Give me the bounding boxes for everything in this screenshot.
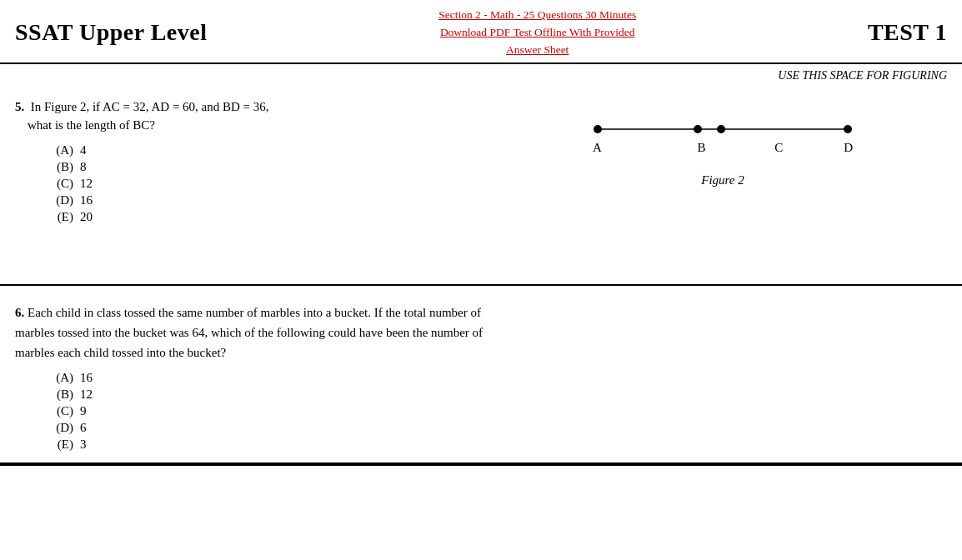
list-item: (D) 6 — [40, 421, 499, 435]
q6-option-b-label: (B) — [40, 388, 73, 402]
option-d-label: (D) — [40, 193, 73, 208]
q6-option-b-value: 12 — [80, 388, 105, 402]
q6-option-d-label: (D) — [40, 421, 73, 435]
question-5-line2: what is the length of BC? — [28, 118, 155, 132]
svg-point-2 — [694, 125, 702, 133]
svg-point-4 — [844, 125, 852, 133]
option-e-label: (E) — [40, 210, 73, 224]
option-c-value: 12 — [80, 177, 105, 191]
bottom-divider — [0, 464, 962, 466]
question-5-options: (A) 4 (B) 8 (C) 12 (D) 16 (E) 20 — [40, 143, 499, 224]
list-item: (C) 9 — [40, 404, 499, 418]
option-b-label: (B) — [40, 160, 73, 174]
question-6-text: 6. Each child in class tossed the same n… — [15, 302, 499, 362]
option-a-label: (A) — [40, 143, 73, 158]
list-item: (C) 12 — [40, 177, 499, 191]
question-5-text: 5. In Figure 2, if AC = 32, AD = 60, and… — [15, 98, 499, 135]
list-item: (B) 12 — [40, 388, 499, 402]
figure-2-caption: Figure 2 — [701, 173, 744, 188]
figure-2-labels: A B C D — [589, 141, 856, 155]
question-6-right — [499, 299, 947, 454]
figure-2-diagram: A B C D Figure 2 — [589, 118, 856, 188]
svg-point-3 — [717, 125, 725, 133]
point-a-label: A — [593, 141, 602, 155]
point-d-label: D — [844, 141, 853, 155]
q6-option-c-label: (C) — [40, 404, 73, 418]
question-5-figure: A B C D Figure 2 — [499, 94, 947, 284]
header-center-info[interactable]: Section 2 - Math - 25 Questions 30 Minut… — [438, 7, 636, 59]
q6-option-a-value: 16 — [80, 371, 105, 385]
section-line1[interactable]: Section 2 - Math - 25 Questions 30 Minut… — [438, 7, 636, 24]
list-item: (B) 8 — [40, 160, 499, 174]
q6-option-c-value: 9 — [80, 404, 105, 418]
option-c-label: (C) — [40, 177, 73, 191]
section-line2[interactable]: Download PDF Test Offline With Provided — [438, 24, 636, 42]
figuring-label: USE THIS SPACE FOR FIGURING — [0, 64, 962, 86]
list-item: (E) 20 — [40, 210, 499, 224]
q6-option-e-value: 3 — [80, 438, 105, 452]
list-item: (E) 3 — [40, 438, 499, 452]
question-5-line1: In Figure 2, if AC = 32, AD = 60, and BD… — [31, 100, 269, 113]
page-header: SSAT Upper Level Section 2 - Math - 25 Q… — [0, 0, 962, 64]
test-label: TEST 1 — [868, 19, 947, 46]
figure-2-svg — [589, 118, 856, 141]
question-6-options: (A) 16 (B) 12 (C) 9 (D) 6 (E) 3 — [40, 371, 499, 452]
svg-point-1 — [594, 125, 602, 133]
point-c-label: C — [774, 141, 783, 155]
point-b-label: B — [698, 141, 706, 155]
question-6-number: 6. — [15, 306, 28, 319]
list-item: (A) 16 — [40, 371, 499, 385]
question-5-number: 5. — [15, 100, 28, 113]
section-line3[interactable]: Answer Sheet — [438, 42, 636, 59]
option-b-value: 8 — [80, 160, 105, 174]
question-5-left: 5. In Figure 2, if AC = 32, AD = 60, and… — [15, 94, 499, 284]
q6-option-e-label: (E) — [40, 438, 73, 452]
option-d-value: 16 — [80, 193, 105, 208]
q6-option-d-value: 6 — [80, 421, 105, 435]
question-6-left: 6. Each child in class tossed the same n… — [15, 299, 499, 454]
option-e-value: 20 — [80, 210, 105, 224]
list-item: (D) 16 — [40, 193, 499, 208]
list-item: (A) 4 — [40, 143, 499, 158]
question-6-section: 6. Each child in class tossed the same n… — [0, 286, 962, 464]
question-5-section: 5. In Figure 2, if AC = 32, AD = 60, and… — [0, 86, 962, 286]
option-a-value: 4 — [80, 143, 105, 158]
q6-option-a-label: (A) — [40, 371, 73, 385]
page-title: SSAT Upper Level — [15, 19, 207, 46]
